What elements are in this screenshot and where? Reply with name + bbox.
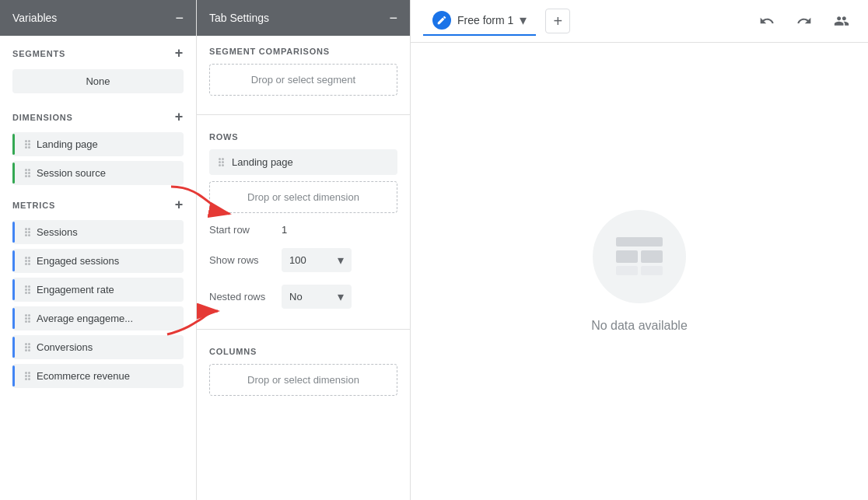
- add-tab-button[interactable]: +: [545, 9, 570, 33]
- tab-settings-title: Tab Settings: [209, 12, 269, 24]
- row-landing-page[interactable]: Landing page: [209, 149, 397, 175]
- right-panel-header: Free form 1 ▾ +: [411, 0, 868, 43]
- no-data-text: No data available: [591, 319, 688, 333]
- metric-ecommerce-revenue-label: Ecommerce revenue: [37, 370, 130, 382]
- metrics-section-header: METRICS +: [0, 187, 196, 218]
- metric-engagement-rate-label: Engagement rate: [37, 284, 114, 295]
- rows-section: ROWS Landing page Drop or select dimensi…: [197, 121, 410, 323]
- show-rows-dropdown[interactable]: 100 ▾: [282, 248, 352, 272]
- nested-rows-label: Nested rows: [209, 291, 275, 302]
- divider-1: [197, 114, 410, 115]
- nested-rows-form-row: Nested rows No ▾: [209, 280, 397, 313]
- nested-rows-dropdown[interactable]: No ▾: [282, 285, 352, 309]
- start-row-value: 1: [282, 224, 287, 236]
- svg-rect-2: [641, 250, 663, 263]
- tab-name-label: Free form 1: [457, 14, 513, 26]
- metrics-label: METRICS: [12, 201, 55, 210]
- tab-settings-panel-header: Tab Settings −: [197, 0, 410, 36]
- right-panel-content: No data available: [411, 43, 868, 500]
- middle-panel: Tab Settings − SEGMENT COMPARISONS Drop …: [197, 0, 411, 500]
- columns-label: COLUMNS: [209, 347, 397, 356]
- nested-rows-value: No: [289, 291, 303, 302]
- svg-rect-1: [616, 250, 638, 263]
- segment-comparisons-label: SEGMENT COMPARISONS: [209, 47, 397, 56]
- no-data-icon: [593, 210, 686, 303]
- redo-button[interactable]: [790, 7, 818, 35]
- toolbar-icons: [753, 7, 856, 35]
- dimension-session-source-label: Session source: [37, 167, 106, 179]
- collapse-tab-settings-icon[interactable]: −: [389, 11, 397, 25]
- redo-icon: [796, 13, 812, 29]
- drag-handle-icon: [25, 257, 30, 265]
- metric-average-engagement[interactable]: Average engageme...: [12, 306, 184, 330]
- undo-icon: [759, 13, 775, 29]
- dimension-session-source[interactable]: Session source: [12, 161, 184, 185]
- metric-ecommerce-revenue[interactable]: Ecommerce revenue: [12, 364, 184, 388]
- svg-rect-0: [616, 237, 663, 247]
- dimension-landing-page-label: Landing page: [37, 138, 98, 150]
- show-rows-value: 100: [289, 254, 306, 266]
- svg-rect-3: [616, 266, 638, 275]
- variables-title: Variables: [12, 12, 57, 24]
- pencil-icon: [436, 15, 447, 26]
- metric-sessions-label: Sessions: [37, 226, 78, 238]
- show-rows-form-row: Show rows 100 ▾: [209, 243, 397, 277]
- drag-handle-icon: [25, 314, 30, 323]
- free-form-tab[interactable]: Free form 1 ▾: [423, 6, 536, 36]
- start-row-label: Start row: [209, 224, 275, 236]
- drag-handle-icon: [25, 285, 30, 294]
- chevron-down-icon: ▾: [338, 289, 344, 304]
- metric-engaged-sessions[interactable]: Engaged sessions: [12, 249, 184, 273]
- user-share-icon: [834, 13, 849, 29]
- drag-handle-icon: [25, 140, 30, 149]
- metric-average-engagement-label: Average engageme...: [37, 313, 133, 324]
- none-button[interactable]: None: [12, 69, 184, 93]
- add-dimension-icon[interactable]: +: [175, 109, 184, 125]
- start-row-form-row: Start row 1: [209, 219, 397, 240]
- segments-section-header: SEGMENTS +: [0, 36, 196, 66]
- columns-drop-zone[interactable]: Drop or select dimension: [209, 364, 397, 396]
- add-metric-icon[interactable]: +: [175, 197, 184, 213]
- dimension-landing-page[interactable]: Landing page: [12, 132, 184, 156]
- drag-handle-icon: [219, 158, 224, 166]
- left-panel: Variables − SEGMENTS + None DIMENSIONS +…: [0, 0, 197, 500]
- divider-2: [197, 329, 410, 330]
- metric-sessions[interactable]: Sessions: [12, 220, 184, 244]
- drag-handle-icon: [25, 228, 30, 236]
- metric-engaged-sessions-label: Engaged sessions: [37, 255, 119, 267]
- tab-dropdown-icon[interactable]: ▾: [520, 12, 527, 29]
- variables-panel-header: Variables −: [0, 0, 196, 36]
- segment-comparisons-section: SEGMENT COMPARISONS Drop or select segme…: [197, 36, 410, 108]
- undo-button[interactable]: [753, 7, 781, 35]
- segment-drop-zone[interactable]: Drop or select segment: [209, 64, 397, 96]
- metric-conversions-label: Conversions: [37, 341, 93, 353]
- svg-rect-4: [641, 266, 663, 275]
- row-landing-page-label: Landing page: [232, 156, 293, 168]
- table-placeholder-icon: [612, 233, 667, 280]
- drag-handle-icon: [25, 372, 30, 380]
- drag-handle-icon: [25, 343, 30, 351]
- add-segment-icon[interactable]: +: [175, 45, 184, 61]
- rows-drop-zone[interactable]: Drop or select dimension: [209, 181, 397, 213]
- segments-label: SEGMENTS: [12, 49, 65, 58]
- tab-edit-icon: [432, 11, 451, 30]
- rows-label: ROWS: [209, 132, 397, 142]
- right-panel: Free form 1 ▾ +: [411, 0, 868, 500]
- columns-section: COLUMNS Drop or select dimension: [197, 336, 410, 408]
- collapse-variables-icon[interactable]: −: [175, 11, 184, 25]
- drag-handle-icon: [25, 169, 30, 177]
- metric-engagement-rate[interactable]: Engagement rate: [12, 278, 184, 302]
- dimensions-section-header: DIMENSIONS +: [0, 100, 196, 130]
- dimensions-label: DIMENSIONS: [12, 113, 73, 122]
- chevron-down-icon: ▾: [338, 253, 344, 267]
- user-share-button[interactable]: [828, 7, 856, 35]
- show-rows-label: Show rows: [209, 254, 275, 266]
- metric-conversions[interactable]: Conversions: [12, 335, 184, 359]
